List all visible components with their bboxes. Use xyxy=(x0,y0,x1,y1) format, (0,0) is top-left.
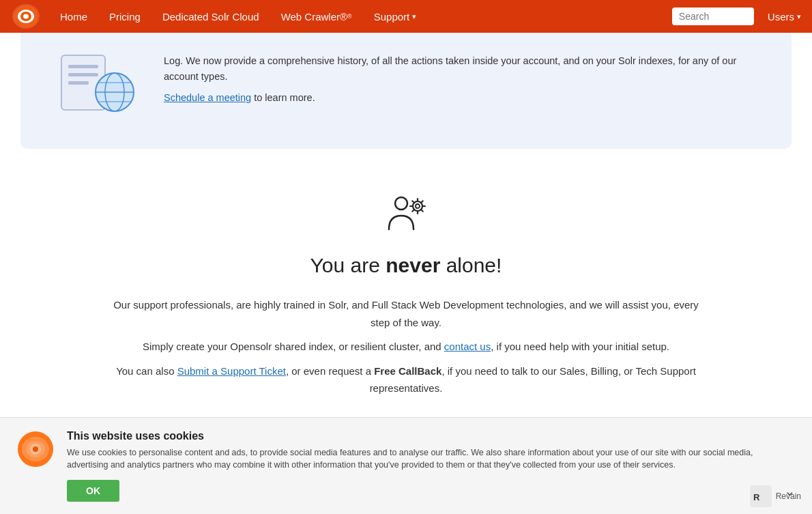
svg-line-22 xyxy=(421,210,423,212)
cookie-ok-button[interactable]: OK xyxy=(67,480,119,495)
top-card: Log. We now provide a comprehensive hist… xyxy=(20,33,792,149)
cookie-text: We use cookies to personalise content an… xyxy=(67,446,772,472)
users-dropdown-icon: ▾ xyxy=(797,12,801,21)
nav-home[interactable]: Home xyxy=(49,0,98,33)
revain-label: Revain xyxy=(776,491,801,495)
svg-text:R: R xyxy=(753,492,760,495)
svg-point-16 xyxy=(416,204,420,208)
svg-point-14 xyxy=(395,197,407,210)
svg-rect-8 xyxy=(68,81,89,85)
activity-log-icon xyxy=(48,46,143,122)
top-card-text: Log. We now provide a comprehensive hist… xyxy=(164,46,764,106)
never-alone-desc-3: You can also Submit a Support Ticket, or… xyxy=(113,362,699,397)
nav-support[interactable]: Support▾ xyxy=(363,0,428,33)
svg-rect-6 xyxy=(68,65,98,68)
navbar-links: Home Pricing Dedicated Solr Cloud Web Cr… xyxy=(49,0,672,33)
svg-line-21 xyxy=(412,201,414,203)
revain-badge: R Revain xyxy=(750,485,801,495)
schedule-meeting-link[interactable]: Schedule a meeting xyxy=(164,92,251,103)
cookie-content: This website uses cookies We use cookies… xyxy=(67,430,772,495)
nav-users[interactable]: Users ▾ xyxy=(768,11,801,23)
never-alone-desc-2: Simply create your Opensolr shared index… xyxy=(113,338,699,356)
never-alone-title: You are never alone! xyxy=(113,254,699,277)
never-alone-desc-1: Our support professionals, are highly tr… xyxy=(113,296,699,331)
nav-dedicated-solr-cloud[interactable]: Dedicated Solr Cloud xyxy=(151,0,270,33)
search-input[interactable] xyxy=(672,8,754,25)
cookie-title: This website uses cookies xyxy=(67,430,772,442)
svg-point-29 xyxy=(33,446,38,452)
contact-us-link[interactable]: contact us xyxy=(444,341,491,352)
support-icon xyxy=(113,190,699,240)
support-dropdown-icon: ▾ xyxy=(412,12,416,21)
svg-line-23 xyxy=(412,210,414,212)
svg-point-4 xyxy=(23,14,29,19)
navbar-logo[interactable] xyxy=(11,3,41,30)
free-callback-label: Free CallBack xyxy=(374,365,441,377)
nav-web-crawler[interactable]: Web Crawler®® xyxy=(270,0,363,33)
svg-rect-7 xyxy=(68,73,98,76)
support-ticket-link[interactable]: Submit a Support Ticket xyxy=(177,365,286,377)
nav-pricing[interactable]: Pricing xyxy=(98,0,151,33)
navbar: Home Pricing Dedicated Solr Cloud Web Cr… xyxy=(0,0,812,33)
cookie-logo xyxy=(16,430,55,468)
cookie-banner: This website uses cookies We use cookies… xyxy=(0,417,812,495)
svg-line-24 xyxy=(421,201,423,203)
